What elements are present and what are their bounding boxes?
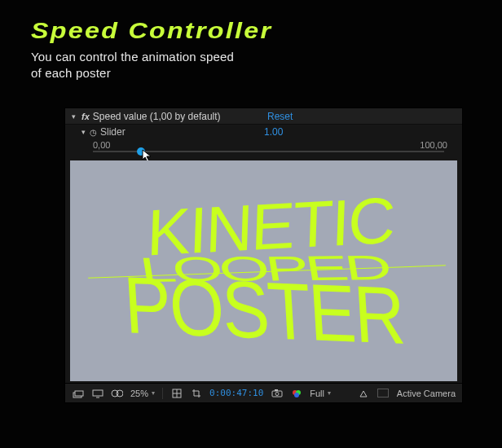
- hero-title: Speed Controller: [31, 18, 272, 44]
- poster-line-3: POSTER: [122, 273, 405, 347]
- slider-min-label: 0,00: [93, 140, 110, 150]
- hero-subtitle: You can control the animation speed of e…: [31, 49, 234, 81]
- chevron-down-icon: ▾: [152, 389, 155, 397]
- screen-icon[interactable]: [91, 387, 103, 399]
- twirl-down-icon[interactable]: ▾: [72, 112, 80, 121]
- svg-point-10: [275, 393, 279, 396]
- svg-rect-2: [93, 390, 103, 396]
- layers-icon[interactable]: [72, 387, 84, 399]
- svg-point-5: [117, 390, 123, 397]
- timecode[interactable]: 0:00:47:10: [209, 388, 263, 398]
- hero-subtitle-line2: of each poster: [31, 66, 111, 80]
- toolbar-separator: [162, 388, 163, 399]
- color-icon[interactable]: [290, 387, 302, 399]
- slider-thumb[interactable]: [137, 147, 145, 156]
- slider-track[interactable]: [93, 151, 444, 152]
- render-settings-icon[interactable]: [358, 387, 370, 399]
- view-icon[interactable]: [377, 387, 390, 399]
- composition-preview[interactable]: KINETIC LOOPED POSTER: [70, 160, 457, 381]
- property-name: Slider: [100, 126, 126, 138]
- stopwatch-icon[interactable]: ◷: [90, 128, 97, 137]
- chevron-down-icon: ▾: [328, 389, 331, 397]
- grid-icon[interactable]: [170, 387, 183, 399]
- svg-rect-11: [275, 389, 278, 391]
- slider-max-label: 100,00: [420, 140, 447, 150]
- effect-name[interactable]: Speed value (1,00 by default): [93, 111, 221, 122]
- poster-artwork: KINETIC LOOPED POSTER: [125, 202, 403, 339]
- snapshot-icon[interactable]: [271, 387, 283, 399]
- channel-value: Full: [310, 389, 324, 398]
- fx-badge-icon: fx: [81, 112, 90, 121]
- effect-header-row: ▾ fx Speed value (1,00 by default) Reset: [65, 108, 462, 125]
- crop-icon[interactable]: [190, 387, 202, 399]
- svg-point-14: [294, 393, 299, 397]
- svg-rect-1: [75, 391, 83, 396]
- property-value[interactable]: 1.00: [264, 126, 283, 138]
- zoom-value: 25%: [130, 389, 148, 398]
- reset-button[interactable]: Reset: [267, 111, 293, 122]
- effect-controls-panel: ▾ fx Speed value (1,00 by default) Reset…: [64, 108, 463, 403]
- viewer-toolbar: 25% ▾ 0:00:47:10 Full ▾ Active Camera: [65, 383, 462, 402]
- mask-icon[interactable]: [111, 387, 123, 399]
- hero-subtitle-line1: You can control the animation speed: [31, 50, 234, 64]
- channel-dropdown[interactable]: Full ▾: [310, 389, 331, 398]
- camera-dropdown[interactable]: Active Camera: [397, 389, 456, 398]
- slider-row: 0,00 100,00: [65, 139, 462, 157]
- zoom-dropdown[interactable]: 25% ▾: [130, 389, 155, 398]
- slider-property-row: ▾ ◷ Slider 1.00: [65, 125, 462, 139]
- view-box-icon: [377, 389, 389, 397]
- twirl-down-icon[interactable]: ▾: [81, 128, 90, 136]
